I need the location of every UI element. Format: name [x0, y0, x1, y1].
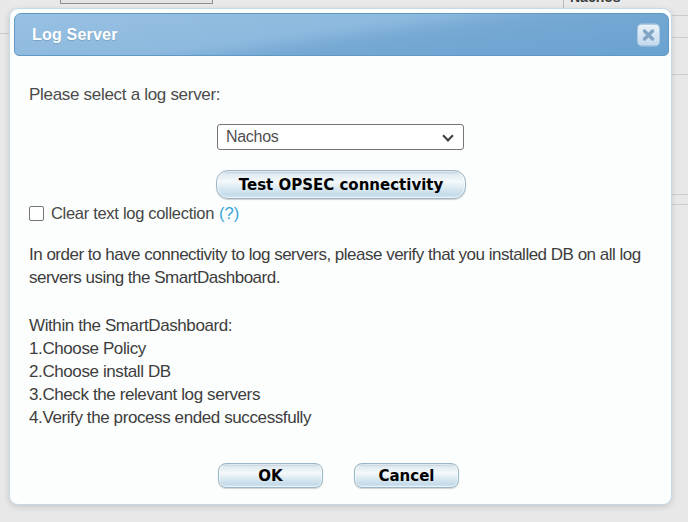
step-item: 2.Choose install DB — [29, 360, 311, 383]
background-row-divider — [672, 15, 688, 16]
close-button[interactable] — [637, 23, 660, 46]
clear-text-log-label: Clear text log collection — [51, 204, 214, 223]
chevron-down-icon — [442, 130, 453, 141]
prompt-label: Please select a log server: — [29, 85, 220, 105]
dialog-header: Log Server — [14, 13, 669, 56]
ok-button[interactable]: OK — [218, 463, 323, 488]
background-row-divider — [672, 74, 688, 75]
background-column-divider — [563, 0, 564, 8]
background-row-divider — [672, 37, 688, 38]
background-row-divider — [672, 194, 688, 195]
dialog-title: Log Server — [32, 26, 118, 44]
cancel-button[interactable]: Cancel — [354, 463, 459, 488]
step-item: 1.Choose Policy — [29, 337, 311, 360]
background-dropdown[interactable]: Extensive — [60, 0, 213, 4]
steps-block: Within the SmartDashboard: 1.Choose Poli… — [29, 314, 311, 429]
select-value: Nachos — [226, 128, 278, 145]
background-dropdown-label: Extensive — [106, 0, 167, 2]
close-icon — [642, 28, 655, 41]
background-row-divider — [672, 204, 688, 205]
clear-text-log-row: Clear text log collection (?) — [29, 203, 239, 223]
step-item: 3.Check the relevant log servers — [29, 383, 311, 406]
background-cell-text: Nachos — [570, 0, 621, 5]
step-item: 4.Verify the process ended successfully — [29, 406, 311, 429]
help-link[interactable]: (?) — [219, 204, 239, 223]
background-row-divider — [0, 33, 9, 34]
clear-text-log-checkbox[interactable] — [29, 206, 44, 221]
test-opsec-button[interactable]: Test OPSEC connectivity — [216, 170, 466, 199]
log-server-select[interactable]: Nachos — [217, 124, 464, 150]
note-text: In order to have connectivity to log ser… — [29, 243, 671, 289]
steps-heading: Within the SmartDashboard: — [29, 314, 311, 337]
log-server-dialog: Log Server Please select a log server: N… — [9, 8, 672, 505]
background-toolbar-row: Extensive Nachos — [0, 0, 688, 8]
screen: Extensive Nachos Log Server Please selec… — [0, 0, 688, 522]
background-table-strip — [672, 0, 688, 522]
background-left-strip — [0, 0, 9, 522]
